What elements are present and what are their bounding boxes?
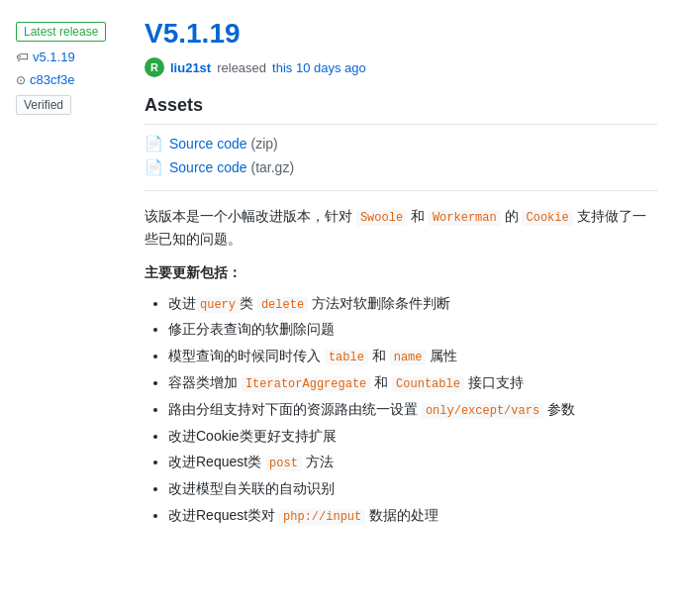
list-item: 改进Cookie类更好支持扩展 bbox=[168, 425, 657, 449]
list-item: 改进Request类对 php://input 数据的处理 bbox=[168, 504, 657, 528]
commit-icon: ⊙ bbox=[16, 73, 26, 87]
tag-value[interactable]: v5.1.19 bbox=[33, 50, 75, 64]
commit-value[interactable]: c83cf3e bbox=[30, 72, 75, 87]
list-item: 容器类增加 IteratorAggregate 和 Countable 接口支持 bbox=[168, 371, 657, 395]
main-content: V5.1.19 R liu21st released this 10 days … bbox=[129, 12, 681, 547]
list-item: 改进query类 delete 方法对软删除条件判断 bbox=[168, 292, 657, 316]
asset-targz: 📄 Source code (tar.gz) bbox=[145, 158, 657, 176]
avatar: R bbox=[145, 57, 164, 77]
tag-icon: 🏷 bbox=[16, 50, 29, 64]
release-meta: R liu21st released this 10 days ago bbox=[145, 57, 657, 77]
author-name[interactable]: liu21st bbox=[170, 60, 211, 75]
list-item: 路由分组支持对下面的资源路由统一设置 only/except/vars 参数 bbox=[168, 398, 657, 422]
list-item: 改进模型自关联的自动识别 bbox=[168, 477, 657, 501]
list-item: 修正分表查询的软删除问题 bbox=[168, 318, 657, 342]
release-time[interactable]: this 10 days ago bbox=[272, 60, 366, 75]
verified-badge: Verified bbox=[16, 95, 71, 115]
divider bbox=[145, 190, 657, 191]
sidebar: Latest release 🏷 v5.1.19 ⊙ c83cf3e Verif… bbox=[0, 12, 129, 547]
assets-heading: Assets bbox=[145, 95, 657, 125]
tag-row: 🏷 v5.1.19 bbox=[16, 50, 75, 64]
update-list: 改进query类 delete 方法对软删除条件判断 修正分表查询的软删除问题 … bbox=[145, 292, 657, 528]
zip-ext: (zip) bbox=[251, 136, 278, 152]
list-item: 改进Request类 post 方法 bbox=[168, 451, 657, 474]
targz-ext: (tar.gz) bbox=[251, 159, 295, 175]
asset-zip: 📄 Source code (zip) bbox=[145, 135, 657, 153]
section-heading: 主要更新包括： bbox=[145, 264, 657, 282]
latest-release-badge: Latest release bbox=[16, 22, 106, 42]
file-icon-zip: 📄 bbox=[145, 135, 163, 153]
release-word: released bbox=[217, 60, 266, 75]
file-icon-targz: 📄 bbox=[145, 158, 163, 176]
source-code-targz-link[interactable]: Source code (tar.gz) bbox=[169, 159, 294, 175]
description: 该版本是一个小幅改进版本，针对 Swoole 和 Workerman 的 Coo… bbox=[145, 205, 657, 251]
version-title: V5.1.19 bbox=[145, 18, 657, 50]
source-code-zip-link[interactable]: Source code (zip) bbox=[169, 136, 278, 152]
list-item: 模型查询的时候同时传入 table 和 name 属性 bbox=[168, 345, 657, 368]
commit-row: ⊙ c83cf3e bbox=[16, 72, 75, 87]
